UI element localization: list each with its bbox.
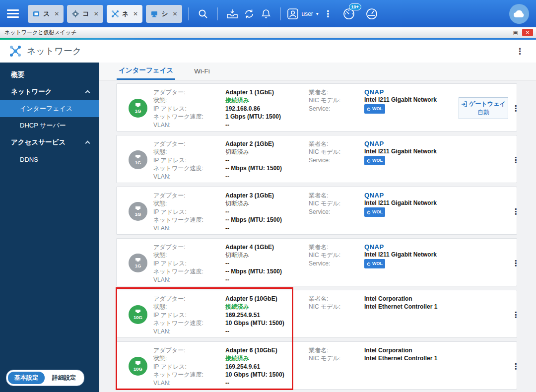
label-status: 状態: <box>153 199 225 207</box>
app-tab-network[interactable]: ネ ✕ <box>107 5 142 23</box>
window-titlebar: ネットワークと仮想スイッチ — ▣ ✕ <box>0 27 536 38</box>
label-ip: IP アドレス: <box>153 260 225 267</box>
monitor-icon <box>150 10 158 18</box>
label-speed: ネットワーク速度: <box>153 267 225 275</box>
adapter-ip: -- <box>225 208 309 216</box>
row-menu-button[interactable]: ⋮ <box>510 309 522 321</box>
close-icon[interactable]: ✕ <box>94 10 99 17</box>
search-icon[interactable] <box>195 5 211 22</box>
label-status: 状態: <box>153 148 225 156</box>
adapter-name: Adapter 4 (1GbE) <box>225 243 309 251</box>
row-menu-button[interactable]: ⋮ <box>510 258 522 269</box>
sidebar-item-label: アクセスサービス <box>11 138 66 147</box>
adapter-ip: -- <box>225 260 309 267</box>
close-icon[interactable]: ✕ <box>172 10 177 17</box>
close-icon[interactable]: ✕ <box>54 10 59 17</box>
row-menu-button[interactable]: ⋮ <box>510 103 522 114</box>
more-options-icon[interactable]: ⋮ <box>319 8 337 19</box>
minimize-icon[interactable]: — <box>504 30 509 35</box>
chevron-up-icon <box>85 141 90 146</box>
adapter-speed: -- Mbps (MTU: 1500) <box>225 164 309 172</box>
adapter-speed-badge: 10G <box>129 305 147 324</box>
sidebar-group-network[interactable]: ネットワーク <box>0 83 99 100</box>
wol-badge: WOL <box>364 104 385 113</box>
adapter-vlan: -- <box>225 224 309 232</box>
sidebar-item-overview[interactable]: 概要 <box>0 66 99 83</box>
header-more-options-icon[interactable]: ⋮ <box>513 46 527 57</box>
adapter-speed: 10 Gbps (MTU: 1500) <box>225 371 309 379</box>
desktop-taskbar: ス ✕ コ ✕ ネ ✕ シ ✕ user ▾ <box>0 0 536 27</box>
label-speed: ネットワーク速度: <box>153 113 225 121</box>
advanced-settings-button[interactable]: 詳細設定 <box>46 372 82 384</box>
label-ip: IP アドレス: <box>153 105 225 113</box>
adapter-status: 切断済み <box>225 199 309 207</box>
network-icon <box>111 10 119 18</box>
tab-wifi[interactable]: Wi-Fi <box>192 64 211 80</box>
label-vlan: VLAN: <box>153 276 225 284</box>
label-service: Service: <box>309 208 364 216</box>
adapter-status: 切断済み <box>225 148 309 156</box>
notifications-bell-icon[interactable] <box>258 5 274 22</box>
row-menu-button[interactable]: ⋮ <box>510 361 522 372</box>
gateway-button[interactable]: ゲートウェイ 自動 <box>459 97 508 119</box>
row-menu-button[interactable]: ⋮ <box>510 154 522 166</box>
label-adapter: アダプター: <box>153 295 225 303</box>
label-adapter: アダプター: <box>153 192 225 199</box>
main-menu-icon[interactable] <box>7 9 19 18</box>
user-menu[interactable]: user ▾ <box>287 8 319 20</box>
divider <box>217 7 218 20</box>
cloud-icon[interactable] <box>509 4 529 24</box>
adapter-status: 接続済み <box>225 354 309 362</box>
app-tab-storage[interactable]: ス ✕ <box>28 5 64 23</box>
basic-settings-button[interactable]: 基本設定 <box>8 372 45 384</box>
label-vlan: VLAN: <box>153 224 225 232</box>
row-menu-button[interactable]: ⋮ <box>510 206 522 217</box>
sidebar-group-access-services[interactable]: アクセスサービス <box>0 134 99 151</box>
sidebar-item-label: DHCP サーバー <box>20 121 66 130</box>
adapter-speed-badge: 1G <box>129 254 147 272</box>
storage-icon <box>32 10 40 18</box>
label-status: 状態: <box>153 303 225 311</box>
speed-badge-label: 10G <box>134 366 142 372</box>
label-vendor: 業者名: <box>309 140 364 148</box>
sidebar: 概要 ネットワーク インターフェイス DHCP サーバー アクセスサービス DD… <box>0 63 99 392</box>
nic-model: Intel I211 Gigabit Network <box>364 147 459 155</box>
sync-icon[interactable] <box>241 5 258 22</box>
settings-mode-toggle: 基本設定 詳細設定 <box>6 370 84 386</box>
app-tab-system[interactable]: シ ✕ <box>146 5 182 23</box>
adapter-card: 1G アダプター: 状態: IP アドレス: ネットワーク速度: VLAN: A… <box>116 187 517 235</box>
sidebar-item-ddns[interactable]: DDNS <box>0 151 99 168</box>
label-vlan: VLAN: <box>153 379 225 387</box>
vendor-logo: QNAP <box>364 243 459 251</box>
adapter-speed: -- Mbps (MTU: 1500) <box>225 216 309 224</box>
adapter-vlan: -- <box>225 276 309 284</box>
speed-badge-label: 1G <box>135 263 141 268</box>
content-tabs: インターフェイス Wi-Fi <box>99 63 536 80</box>
adapter-speed-badge: 1G <box>129 202 147 221</box>
adapter-card: 1G アダプター: 状態: IP アドレス: ネットワーク速度: VLAN: A… <box>116 83 517 131</box>
page-title: ネットワーク <box>27 45 81 57</box>
dashboard-button[interactable]: 10+ <box>342 7 355 20</box>
sidebar-item-label: DDNS <box>20 156 38 163</box>
adapter-speed: -- Mbps (MTU: 1500) <box>225 267 309 275</box>
tab-interfaces[interactable]: インターフェイス <box>117 63 175 80</box>
background-tasks-icon[interactable] <box>224 5 241 22</box>
label-nic: NIC モデル: <box>309 199 364 207</box>
maximize-icon[interactable]: ▣ <box>513 30 518 35</box>
wol-badge: WOL <box>364 259 385 268</box>
nic-model: Intel I211 Gigabit Network <box>364 199 459 207</box>
app-tabs: ス ✕ コ ✕ ネ ✕ シ ✕ <box>28 5 182 23</box>
label-speed: ネットワーク速度: <box>153 371 225 379</box>
app-tab-control[interactable]: コ ✕ <box>67 5 103 23</box>
sidebar-item-interfaces[interactable]: インターフェイス <box>0 100 99 117</box>
nic-model: Intel I211 Gigabit Network <box>364 96 459 104</box>
label-adapter: アダプター: <box>153 243 225 251</box>
close-window-icon[interactable]: ✕ <box>522 29 533 36</box>
adapter-ip: 169.254.9.51 <box>225 311 309 319</box>
wol-badge: WOL <box>364 156 385 165</box>
resource-monitor-button[interactable] <box>365 7 378 20</box>
label-service: Service: <box>309 260 364 267</box>
adapter-speed: 10 Gbps (MTU: 1500) <box>225 319 309 327</box>
sidebar-item-dhcp-server[interactable]: DHCP サーバー <box>0 117 99 134</box>
close-icon[interactable]: ✕ <box>133 10 138 17</box>
